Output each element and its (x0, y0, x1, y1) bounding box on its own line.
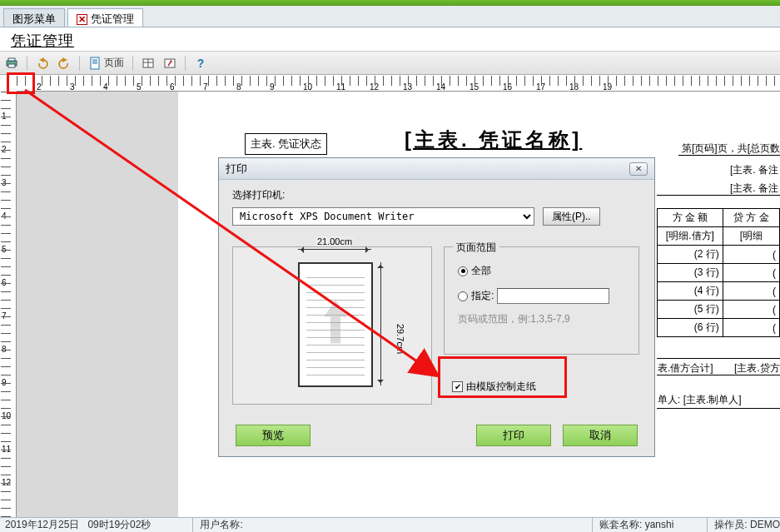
document-tabs: 图形菜单 ✕ 凭证管理 (0, 6, 780, 27)
page-range-group: 页面范围 全部 指定: 页码或范围，例:1,3,5-7,9 (444, 246, 639, 355)
tab-label: 凭证管理 (91, 12, 134, 27)
table-row: (5 行)( (658, 301, 780, 319)
printer-icon (5, 57, 18, 70)
paper-height-label: 29.7cm (395, 324, 405, 354)
page-title: 凭证管理 (11, 32, 74, 49)
table-row: (4 行)( (658, 282, 780, 301)
svg-rect-2 (8, 64, 15, 67)
printer-select[interactable]: Microsoft XPS Document Writer (232, 207, 534, 226)
tab-voucher-management[interactable]: ✕ 凭证管理 (67, 8, 143, 27)
table-header-row: 方 金 额 贷 方 金 (658, 209, 780, 227)
svg-rect-1 (8, 58, 15, 61)
field-voucher-status[interactable]: 主表. 凭证状态 (245, 133, 327, 155)
paper-preview (298, 262, 373, 387)
undo-icon (36, 57, 49, 70)
preview-button[interactable]: 预览 (236, 425, 311, 446)
dialog-close-button[interactable]: ✕ (629, 162, 648, 176)
page-button-label: 页面 (104, 56, 124, 70)
detail-table[interactable]: 方 金 额 贷 方 金 [明细.借方] [明细 (2 行)( (3 行)( (4… (657, 208, 780, 337)
print-dialog: 打印 ✕ 选择打印机: Microsoft XPS Document Write… (218, 157, 655, 457)
cancel-button[interactable]: 取消 (563, 425, 638, 446)
table-icon (142, 57, 155, 70)
vertical-ruler: 123456789101112 (0, 92, 17, 517)
horizontal-ruler: 2345678910111213141516171819 (17, 75, 780, 92)
window-titlebar (0, 0, 780, 6)
undo-button[interactable] (36, 57, 49, 70)
field-credit-total[interactable]: [主表.贷方 (734, 361, 780, 375)
page-settings-button[interactable]: 页面 (88, 56, 124, 70)
page-margin-gutter (17, 92, 178, 517)
radio-all-pages[interactable]: 全部 (458, 264, 638, 278)
page-range-input[interactable] (497, 288, 609, 304)
page-range-hint: 页码或范围，例:1,3,5-7,9 (458, 312, 638, 326)
redo-button[interactable] (57, 57, 71, 70)
close-icon: ✕ (635, 164, 642, 173)
template-feed-checkbox[interactable]: ✔ 由模版控制走纸 (452, 380, 536, 394)
export-icon (163, 57, 176, 70)
page-heading: 凭证管理 (0, 27, 780, 52)
help-icon: ? (194, 57, 207, 70)
field-remark-1[interactable]: [主表. 备注 (730, 163, 778, 177)
radio-icon (458, 266, 468, 276)
field-page-counter[interactable]: 第[页码]页，共[总页数 (682, 142, 780, 156)
field-maker[interactable]: 单人: [主表.制单人] (658, 393, 742, 407)
paper-preview-panel: 21.00cm 29.7cm (232, 246, 432, 405)
redo-icon (57, 57, 71, 70)
radio-icon (458, 291, 468, 301)
printer-properties-button[interactable]: 属性(P).. (543, 207, 600, 226)
print-button[interactable] (5, 57, 18, 70)
select-printer-label: 选择打印机: (232, 188, 641, 202)
status-bar: 2019年12月25日 09时19分02秒 用户名称: 账套名称: yanshi… (0, 517, 780, 532)
status-time: 09时19分02秒 (87, 518, 151, 532)
field-remark-2[interactable]: [主表. 备注 (730, 181, 778, 196)
toolbar-slot-b[interactable] (163, 57, 176, 70)
page-icon (88, 57, 102, 70)
dialog-titlebar[interactable]: 打印 ✕ (219, 158, 654, 180)
checkbox-icon: ✔ (452, 381, 463, 392)
toolbar-slot-a[interactable] (142, 57, 155, 70)
tab-graph-menu[interactable]: 图形菜单 (3, 8, 65, 27)
status-operator: 操作员: DEMO (707, 518, 780, 532)
report-main-title[interactable]: [主表. 凭证名称] (405, 127, 582, 153)
status-date: 2019年12月25日 (5, 518, 79, 532)
dialog-title: 打印 (226, 162, 247, 177)
toolbar: 页面 ? (0, 52, 780, 75)
help-button[interactable]: ? (194, 57, 207, 70)
page-range-caption: 页面范围 (453, 241, 499, 255)
radio-specify-pages[interactable]: 指定: (458, 288, 638, 304)
field-debit-total[interactable]: 表.借方合计] (658, 361, 713, 375)
table-subheader-row: [明细.借方] [明细 (658, 227, 780, 246)
table-row: (6 行)( (658, 319, 780, 337)
table-row: (2 行)( (658, 246, 780, 264)
tab-label: 图形菜单 (12, 12, 56, 27)
arrow-up-icon (319, 299, 352, 351)
close-icon[interactable]: ✕ (77, 14, 87, 25)
print-button[interactable]: 打印 (476, 425, 551, 446)
status-account: 账套名称: yanshi (592, 518, 673, 532)
status-user-label: 用户名称: (192, 518, 242, 532)
paper-width-label: 21.00cm (315, 236, 354, 246)
table-row: (3 行)( (658, 264, 780, 282)
